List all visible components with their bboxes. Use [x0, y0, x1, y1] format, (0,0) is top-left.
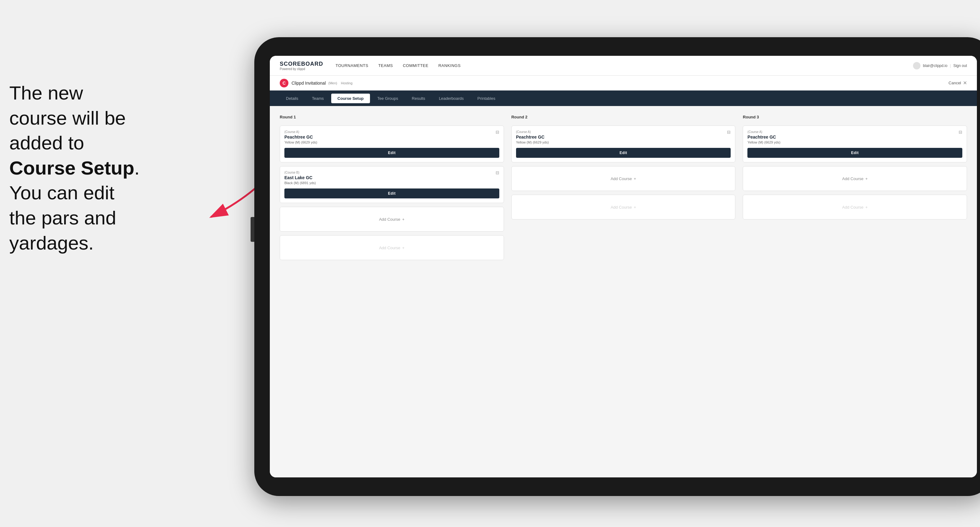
- round1-course-b-edit-button[interactable]: Edit: [285, 189, 499, 198]
- round1-course-b-name: East Lake GC: [285, 175, 499, 180]
- round1-course-b-delete-icon[interactable]: ⊟: [494, 170, 501, 176]
- round3-course-a-delete-icon[interactable]: ⊟: [957, 129, 964, 135]
- cancel-label[interactable]: Cancel: [949, 81, 961, 85]
- plus-icon: +: [402, 246, 405, 250]
- round2-add-course-disabled: Add Course +: [511, 195, 736, 219]
- round3-course-a-label: (Course A): [748, 130, 963, 133]
- brand-logo: C: [280, 79, 288, 87]
- tournament-title: Clippd Invitational: [291, 81, 326, 86]
- brand-title: SCOREBOARD: [280, 61, 323, 67]
- round1-course-a-delete-icon[interactable]: ⊟: [494, 129, 501, 135]
- plus-icon: +: [634, 205, 636, 210]
- round2-course-a-delete-icon[interactable]: ⊟: [726, 129, 732, 135]
- round1-course-a-edit-button[interactable]: Edit: [285, 148, 499, 158]
- sub-nav: C Clippd Invitational (Men) Hosting Canc…: [270, 76, 977, 90]
- tablet-screen: SCOREBOARD Powered by clippd TOURNAMENTS…: [270, 56, 977, 478]
- plus-icon: +: [634, 176, 636, 181]
- main-content: Round 1 (Course A) Peachtree GC Yellow (…: [270, 106, 977, 478]
- nav-rankings[interactable]: RANKINGS: [438, 63, 461, 68]
- round-3-label: Round 3: [743, 115, 967, 119]
- annotation-left: The new course will be added to Course S…: [9, 81, 220, 256]
- nav-committee[interactable]: COMMITTEE: [403, 63, 429, 68]
- round3-course-a-edit-button[interactable]: Edit: [748, 148, 963, 158]
- round2-course-a-name: Peachtree GC: [516, 135, 731, 140]
- nav-tournaments[interactable]: TOURNAMENTS: [336, 63, 368, 68]
- tab-details[interactable]: Details: [280, 94, 305, 103]
- round1-add-course-button[interactable]: Add Course +: [280, 207, 504, 232]
- brand-sub: Powered by clippd: [280, 67, 323, 71]
- round1-course-a-info: Yellow (M) (6629 yds): [285, 140, 499, 144]
- tab-leaderboards[interactable]: Leaderboards: [433, 94, 470, 103]
- sub-nav-right: Cancel ✕: [949, 80, 967, 86]
- tablet-side-button: [251, 217, 254, 242]
- round-3-column: Round 3 (Course A) Peachtree GC Yellow (…: [743, 115, 967, 260]
- plus-icon: +: [402, 217, 405, 222]
- round2-course-a-card: (Course A) Peachtree GC Yellow (M) (6629…: [511, 125, 736, 162]
- nav-right: blair@clippd.io | Sign out: [913, 62, 967, 70]
- round1-course-b-card: (Course B) East Lake GC Black (M) (6891 …: [280, 166, 504, 203]
- round2-course-a-edit-button[interactable]: Edit: [516, 148, 731, 158]
- tabs-bar: Details Teams Course Setup Tee Groups Re…: [270, 90, 977, 106]
- round1-add-course-disabled: Add Course +: [280, 235, 504, 260]
- round-1-column: Round 1 (Course A) Peachtree GC Yellow (…: [280, 115, 504, 260]
- user-email: blair@clippd.io: [923, 63, 947, 68]
- user-avatar: [913, 62, 920, 70]
- rounds-container: Round 1 (Course A) Peachtree GC Yellow (…: [280, 115, 967, 260]
- round1-course-b-label: (Course B): [285, 171, 499, 174]
- round1-course-b-info: Black (M) (6891 yds): [285, 181, 499, 185]
- sign-out-link[interactable]: Sign out: [953, 63, 967, 68]
- round1-course-a-label: (Course A): [285, 130, 499, 133]
- round2-course-a-label: (Course A): [516, 130, 731, 133]
- nav-links: TOURNAMENTS TEAMS COMMITTEE RANKINGS: [336, 63, 913, 68]
- brand: SCOREBOARD Powered by clippd: [280, 61, 323, 71]
- round3-add-course-disabled: Add Course +: [743, 195, 967, 219]
- round3-add-course-button[interactable]: Add Course +: [743, 166, 967, 191]
- round-1-label: Round 1: [280, 115, 504, 119]
- plus-icon: +: [865, 176, 868, 181]
- round2-course-a-info: Yellow (M) (6629 yds): [516, 140, 731, 144]
- tablet: SCOREBOARD Powered by clippd TOURNAMENTS…: [254, 37, 980, 496]
- tab-printables[interactable]: Printables: [471, 94, 501, 103]
- nav-teams[interactable]: TEAMS: [379, 63, 393, 68]
- round-2-label: Round 2: [511, 115, 736, 119]
- round1-course-a-card: (Course A) Peachtree GC Yellow (M) (6629…: [280, 125, 504, 162]
- round3-course-a-name: Peachtree GC: [748, 135, 963, 140]
- round2-add-course-button[interactable]: Add Course +: [511, 166, 736, 191]
- tab-results[interactable]: Results: [406, 94, 431, 103]
- plus-icon: +: [865, 205, 868, 210]
- round1-course-a-name: Peachtree GC: [285, 135, 499, 140]
- tab-course-setup[interactable]: Course Setup: [331, 94, 370, 103]
- top-nav: SCOREBOARD Powered by clippd TOURNAMENTS…: [270, 56, 977, 76]
- round-2-column: Round 2 (Course A) Peachtree GC Yellow (…: [511, 115, 736, 260]
- gender-badge: (Men): [328, 81, 337, 85]
- tab-teams[interactable]: Teams: [306, 94, 330, 103]
- round3-course-a-info: Yellow (M) (6629 yds): [748, 140, 963, 144]
- round3-course-a-card: (Course A) Peachtree GC Yellow (M) (6629…: [743, 125, 967, 162]
- tab-tee-groups[interactable]: Tee Groups: [371, 94, 404, 103]
- close-icon[interactable]: ✕: [963, 80, 967, 86]
- hosting-status: Hosting: [341, 81, 352, 85]
